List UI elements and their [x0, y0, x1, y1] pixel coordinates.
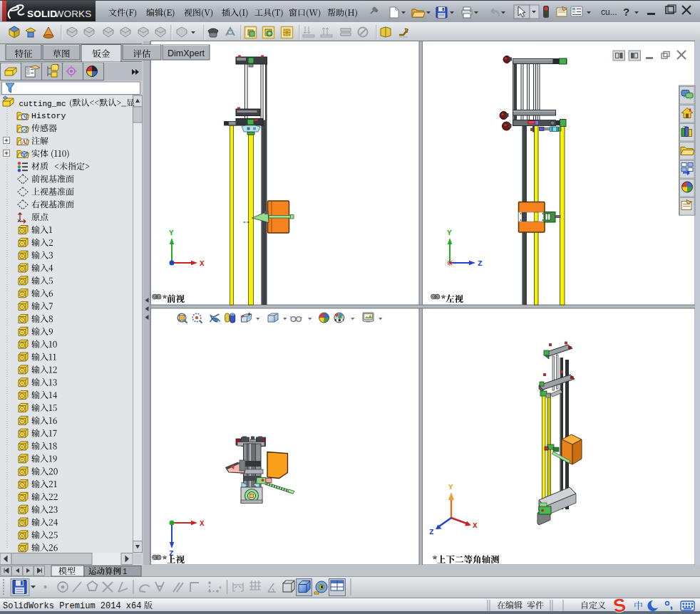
svg-text:Z: Z	[478, 259, 483, 268]
svg-text:Y: Y	[447, 229, 452, 237]
svg-text:X: X	[200, 259, 205, 268]
svg-text:X: X	[200, 519, 205, 528]
svg-text:cutting_mc: cutting_mc	[19, 100, 66, 108]
svg-text:A: A	[21, 138, 26, 145]
svg-text:WORKS: WORKS	[55, 9, 92, 19]
svg-text:cu...: cu...	[601, 7, 617, 17]
svg-text:SOLID: SOLID	[27, 9, 57, 19]
svg-text:Y: Y	[169, 229, 174, 237]
svg-text:Z: Z	[429, 528, 434, 536]
svg-text:?: ?	[623, 6, 629, 18]
svg-text:X: X	[473, 521, 478, 530]
svg-text:SolidWorks Premium 2014 x64: SolidWorks Premium 2014 x64	[3, 601, 141, 611]
svg-text:DimXpert: DimXpert	[168, 48, 205, 58]
svg-text:1: 1	[123, 567, 127, 576]
svg-text:History: History	[31, 111, 66, 120]
svg-text:Y: Y	[448, 483, 453, 491]
